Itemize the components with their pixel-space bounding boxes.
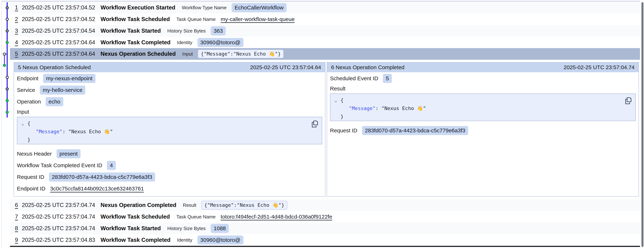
field-value-badge: echo [46,97,63,106]
field-value-badge: 4 [107,161,116,170]
left-border [2,1,2,248]
scrollbar-thumb[interactable] [642,2,644,247]
event-name: Nexus Operation Completed [100,202,176,209]
event-name: Workflow Execution Started [100,4,175,11]
event-detail-label: Identity [177,237,192,243]
timeline-dot-event-5[interactable] [3,53,6,55]
copy-icon [625,97,632,105]
event-id-link[interactable]: 5 [15,51,22,57]
event-row-8[interactable]: 8 2025-02-25 UTC 23:57:04.74 Workflow Ta… [10,223,642,234]
panel-timestamp: 2025-02-25 UTC 23:57:04.64 [250,64,321,70]
field-endpoint-id: Endpoint ID 3c0c75ccfa8144b092c13ce63246… [17,183,322,195]
json-line: } [330,112,635,121]
field-workflow-task-completed-event-id: Workflow Task Completed Event ID 4 [17,160,322,171]
collapse-chevron-icon[interactable]: ⌄ [21,121,24,126]
event-id-link[interactable]: 9 [15,237,22,243]
json-line: { [17,119,322,127]
event-detail-label: Input [182,51,193,57]
payload-chip: {"Message":"Nexus Echo 👋"} [198,49,284,58]
field-value-badge: present [56,149,80,158]
event-id-link[interactable]: 1 [15,4,22,11]
copy-icon [311,120,318,128]
task-queue-link[interactable]: my-caller-workflow-task-queue [221,16,295,22]
copy-button[interactable] [625,97,632,105]
timeline-dot-event-2[interactable] [6,18,9,21]
workflow-history-view: 1 2025-02-25 UTC 23:57:04.52 Workflow Ex… [0,0,644,248]
field-input-label: Input [17,107,322,116]
event-row-3[interactable]: 3 2025-02-25 UTC 23:57:04.54 Workflow Ta… [10,25,642,37]
copy-button[interactable] [311,120,318,128]
json-key: "Message" [349,105,376,111]
event-detail-label: Identity [177,40,192,45]
event-row-4[interactable]: 4 2025-02-25 UTC 23:57:04.64 Workflow Ta… [10,37,642,48]
field-label: Result [330,85,346,92]
payload-viewer-result: ⌄ { "Message": "Nexus Echo 👋" } [330,93,636,121]
event-row-2[interactable]: 2 2025-02-25 UTC 23:57:04.52 Workflow Ta… [10,13,642,25]
json-line: { [330,96,635,104]
event-row-7[interactable]: 7 2025-02-25 UTC 23:57:04.74 Workflow Ta… [10,211,642,223]
event-name: Workflow Task Started [100,27,161,34]
timeline-dot-event-9[interactable] [6,99,9,102]
event-row-1[interactable]: 1 2025-02-25 UTC 23:57:04.52 Workflow Ex… [10,2,642,13]
event-id-link[interactable]: 2 [15,16,22,22]
field-nexus-header: Nexus Header present [17,148,322,160]
panel-title: 6 Nexus Operation Completed [331,64,404,70]
collapse-chevron-icon[interactable]: ⌄ [334,98,337,103]
event-id-link[interactable]: 4 [15,39,22,46]
timeline-dot-event-1[interactable] [6,6,9,9]
event-id-link[interactable]: 8 [15,225,22,232]
field-label: Nexus Header [17,151,52,157]
event-detail-label: Task Queue Name [176,214,216,220]
task-queue-link[interactable]: totoro:f494fecf-2d51-4d48-bdcd-036a0f912… [221,214,332,220]
field-scheduled-event-id: Scheduled Event ID 5 [330,73,636,84]
event-timestamp: 2025-02-25 UTC 23:57:04.52 [22,16,100,22]
field-label: Request ID [17,174,44,180]
event-detail-label: History Size Bytes [167,28,206,34]
field-label: Endpoint ID [17,186,46,192]
field-endpoint: Endpoint my-nexus-endpoint [17,73,322,84]
event-name: Workflow Task Completed [100,39,170,46]
event-name: Workflow Task Scheduled [100,16,170,22]
field-value-badge: 283fd070-d57a-4423-bdca-c5c779e6a3f3 [362,126,468,135]
endpoint-id-link[interactable]: 3c0c75ccfa8144b092c13ce632463761 [50,186,144,192]
event-detail-label: Workflow Type Name [182,5,226,10]
field-value-badge: 283fd070-d57a-4423-bdca-c5c779e6a3f3 [49,173,155,182]
field-value-badge: 5 [383,74,392,83]
field-operation: Operation echo [17,96,322,107]
panel-body: Endpoint my-nexus-endpoint Service my-he… [14,72,325,195]
event-id-link[interactable]: 7 [15,214,22,220]
next-row-cutoff [10,246,642,247]
event-id-link[interactable]: 3 [15,27,22,34]
event-detail-label: Task Queue Name [176,16,216,22]
field-label: Request ID [330,127,357,134]
event-row-5-selected[interactable]: 5 2025-02-25 UTC 23:57:04.64 Nexus Opera… [10,48,642,60]
event-row-6[interactable]: 6 2025-02-25 UTC 23:57:04.74 Nexus Opera… [10,199,642,211]
timeline-branch-line [4,55,5,64]
top-border [2,1,644,1]
panel-timestamp: 2025-02-25 UTC 23:57:04.74 [564,64,634,70]
field-request-id: Request ID 283fd070-d57a-4423-bdca-c5c77… [17,171,322,183]
scrollbar[interactable] [640,0,644,248]
timeline-dot-event-10[interactable] [6,111,9,114]
json-line: "Message": "Nexus Echo 👋" [330,104,635,112]
event-row-9[interactable]: 9 2025-02-25 UTC 23:57:04.83 Workflow Ta… [10,234,642,246]
event-timestamp: 2025-02-25 UTC 23:57:04.74 [22,202,100,209]
field-label: Service [17,87,35,93]
event-timestamp: 2025-02-25 UTC 23:57:04.54 [22,27,100,34]
event-timestamp: 2025-02-25 UTC 23:57:04.74 [22,225,100,232]
panel-title: 5 Nexus Operation Scheduled [18,64,91,70]
json-line: "Message": "Nexus Echo 👋" [17,127,322,136]
payload-viewer-input: ⌄ { "Message": "Nexus Echo 👋" } [17,117,322,144]
event-name: Nexus Operation Scheduled [100,51,176,57]
timeline-dot-event-8[interactable] [6,87,9,90]
event-detail-value: 1088 [211,224,229,233]
detail-panel-nexus-operation-scheduled: 5 Nexus Operation Scheduled 2025-02-25 U… [14,62,326,197]
json-line: } [17,136,322,144]
json-key: "Message" [36,129,62,134]
timeline-dot-event-3[interactable] [6,29,9,32]
event-id-link[interactable]: 6 [15,202,22,209]
timeline-dot-event-6[interactable] [3,64,6,67]
timeline-dot-event-7[interactable] [6,76,9,79]
field-label: Scheduled Event ID [330,75,378,81]
timeline-dot-event-4[interactable] [6,41,9,44]
